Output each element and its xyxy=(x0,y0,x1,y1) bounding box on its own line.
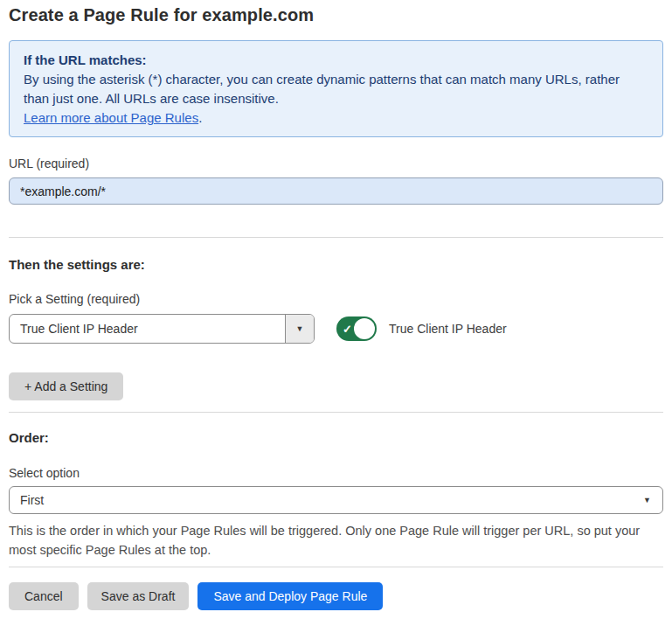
divider xyxy=(9,567,663,567)
check-icon: ✓ xyxy=(343,323,352,335)
order-select-label: Select option xyxy=(9,466,663,480)
url-match-info-box: If the URL matches: By using the asteris… xyxy=(9,40,663,137)
chevron-down-icon: ▼ xyxy=(643,496,651,504)
true-client-ip-toggle[interactable]: ✓ xyxy=(336,316,377,341)
setting-select-caret-button[interactable]: ▼ xyxy=(285,315,314,343)
divider xyxy=(9,237,663,238)
create-page-rule-form: Create a Page Rule for example.com If th… xyxy=(0,0,672,619)
settings-section-heading: Then the settings are: xyxy=(9,257,663,272)
url-input[interactable] xyxy=(9,177,663,205)
chevron-down-icon: ▼ xyxy=(296,324,304,333)
save-and-deploy-button[interactable]: Save and Deploy Page Rule xyxy=(197,582,383,610)
order-section-heading: Order: xyxy=(9,430,663,445)
order-select-value: First xyxy=(20,493,44,507)
toggle-label: True Client IP Header xyxy=(389,322,507,336)
actions-row: Cancel Save as Draft Save and Deploy Pag… xyxy=(9,582,663,610)
page-title: Create a Page Rule for example.com xyxy=(9,5,663,25)
order-help-text: This is the order in which your Page Rul… xyxy=(9,521,655,560)
setting-select[interactable]: True Client IP Header ▼ xyxy=(9,314,315,344)
info-link-line: Learn more about Page Rules. xyxy=(24,108,648,128)
save-as-draft-button[interactable]: Save as Draft xyxy=(87,582,190,610)
info-box-heading: If the URL matches: xyxy=(24,51,648,70)
order-select[interactable]: First ▼ xyxy=(9,486,663,514)
add-setting-button[interactable]: + Add a Setting xyxy=(9,372,123,400)
divider xyxy=(9,412,663,413)
setting-row: True Client IP Header ▼ ✓ True Client IP… xyxy=(9,314,663,344)
learn-more-link[interactable]: Learn more about Page Rules xyxy=(24,110,198,125)
link-suffix: . xyxy=(198,110,202,125)
url-field-label: URL (required) xyxy=(9,156,663,170)
pick-setting-label: Pick a Setting (required) xyxy=(9,292,663,306)
setting-select-value: True Client IP Header xyxy=(10,315,285,343)
info-box-body: By using the asterisk (*) character, you… xyxy=(24,70,648,108)
cancel-button[interactable]: Cancel xyxy=(9,582,79,610)
toggle-knob xyxy=(354,318,375,339)
toggle-wrap: ✓ True Client IP Header xyxy=(336,316,507,341)
